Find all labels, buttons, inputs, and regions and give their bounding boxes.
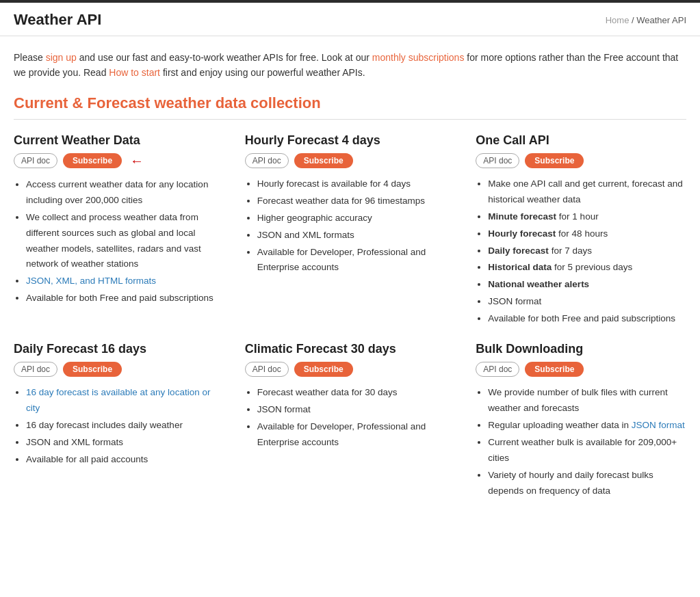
breadcrumb-home[interactable]: Home — [606, 15, 630, 25]
list-item: Hourly forecast for 48 hours — [488, 226, 686, 242]
card-current-weather-list: Access current weather data for any loca… — [14, 177, 224, 307]
card-climatic-forecast-buttons: API doc Subscribe — [245, 362, 456, 377]
card-current-weather-buttons: API doc Subscribe ← — [14, 153, 224, 169]
intro-paragraph: Please sign up and use our fast and easy… — [14, 50, 686, 81]
card-climatic-forecast-title: Climatic Forecast 30 days — [245, 342, 456, 356]
subscribe-button-onecall[interactable]: Subscribe — [525, 153, 584, 168]
card-current-weather-title: Current Weather Data — [14, 133, 224, 148]
list-item: Available for both Free and paid subscri… — [26, 291, 224, 306]
card-climatic-forecast-list: Forecast weather data for 30 days JSON f… — [245, 385, 456, 451]
list-item: Available for Developer, Professional an… — [257, 419, 456, 451]
card-daily-forecast-list: 16 day forecast is available at any loca… — [14, 385, 224, 468]
list-item: Historical data for 5 previous days — [488, 260, 686, 276]
list-item: JSON and XML formats — [26, 435, 224, 451]
card-hourly-forecast: Hourly Forecast 4 days API doc Subscribe… — [245, 133, 456, 328]
arrow-indicator: ← — [130, 153, 144, 169]
card-one-call-api-buttons: API doc Subscribe — [476, 153, 686, 168]
list-item: 16 day forecast includes daily weather — [26, 418, 224, 434]
daily-location-link[interactable]: 16 day forecast is available at any loca… — [26, 387, 210, 413]
api-doc-button-onecall[interactable]: API doc — [476, 153, 519, 168]
subscribe-button-hourly[interactable]: Subscribe — [294, 153, 353, 168]
card-bulk-downloading-list: We provide number of bulk files with cur… — [476, 385, 686, 499]
list-item: Higher geographic accuracy — [257, 211, 456, 226]
list-item: Forecast weather data for 30 days — [257, 385, 456, 401]
list-item: JSON format — [257, 402, 456, 418]
monthly-subscriptions-link[interactable]: monthly subscriptions — [372, 52, 465, 63]
list-item: Regular uploading weather data in JSON f… — [488, 418, 686, 434]
api-doc-button-bulk[interactable]: API doc — [476, 362, 519, 377]
page-title: Weather API — [14, 11, 101, 29]
card-one-call-api-list: Make one API call and get current, forec… — [476, 176, 686, 327]
card-hourly-forecast-title: Hourly Forecast 4 days — [245, 133, 456, 148]
list-item: We collect and process weather data from… — [26, 210, 224, 273]
json-format-link[interactable]: JSON format — [632, 420, 685, 430]
subscribe-button-climatic[interactable]: Subscribe — [294, 362, 353, 377]
list-item: Variety of hourly and daily forecast bul… — [488, 468, 686, 499]
signup-link[interactable]: sign up — [46, 52, 77, 63]
list-item: Hourly forecast is available for 4 days — [257, 176, 456, 192]
api-doc-button-hourly[interactable]: API doc — [245, 153, 289, 168]
breadcrumb-current: Weather API — [636, 15, 686, 25]
card-bulk-downloading-title: Bulk Downloading — [476, 342, 686, 356]
list-item: We provide number of bulk files with cur… — [488, 385, 686, 416]
card-one-call-api-title: One Call API — [476, 133, 686, 148]
card-bulk-downloading: Bulk Downloading API doc Subscribe We pr… — [476, 342, 686, 501]
list-item: Daily forecast for 7 days — [488, 243, 686, 259]
how-to-start-link[interactable]: How to start — [109, 67, 160, 78]
api-doc-button-climatic[interactable]: API doc — [245, 362, 289, 377]
page-header: Weather API Home / Weather API — [0, 3, 700, 36]
card-current-weather: Current Weather Data API doc Subscribe ←… — [14, 133, 224, 328]
list-item: Minute forecast for 1 hour — [488, 209, 686, 225]
card-hourly-forecast-buttons: API doc Subscribe — [245, 153, 456, 168]
intro-text-end: first and enjoy using our powerful weath… — [163, 67, 365, 78]
list-item: Current weather bulk is available for 20… — [488, 435, 686, 466]
section-title: Current & Forecast weather data collecti… — [14, 94, 686, 120]
card-daily-forecast-title: Daily Forecast 16 days — [14, 342, 224, 356]
list-item: JSON format — [488, 294, 686, 310]
list-item: Make one API call and get current, forec… — [488, 176, 686, 208]
intro-text-after-signup: and use our fast and easy-to-work weathe… — [79, 52, 372, 63]
list-item: 16 day forecast is available at any loca… — [26, 385, 224, 416]
api-doc-button-current[interactable]: API doc — [14, 153, 57, 168]
list-item: Available for Developer, Professional an… — [257, 245, 456, 276]
subscribe-button-bulk[interactable]: Subscribe — [525, 362, 584, 377]
list-item: Forecast weather data for 96 timestamps — [257, 194, 456, 209]
breadcrumb: Home / Weather API — [606, 15, 686, 25]
card-climatic-forecast: Climatic Forecast 30 days API doc Subscr… — [245, 342, 456, 501]
subscribe-button-current[interactable]: Subscribe — [63, 153, 122, 168]
cards-grid: Current Weather Data API doc Subscribe ←… — [14, 133, 686, 501]
card-one-call-api: One Call API API doc Subscribe Make one … — [476, 133, 686, 328]
card-hourly-forecast-list: Hourly forecast is available for 4 days … — [245, 176, 456, 276]
list-item: JSON, XML, and HTML formats — [26, 274, 224, 289]
api-doc-button-daily[interactable]: API doc — [14, 362, 57, 377]
subscribe-button-daily[interactable]: Subscribe — [63, 362, 122, 377]
list-item: National weather alerts — [488, 277, 686, 293]
list-item: Access current weather data for any loca… — [26, 177, 224, 209]
card-bulk-downloading-buttons: API doc Subscribe — [476, 362, 686, 377]
list-item: JSON and XML formats — [257, 228, 456, 243]
list-item: Available for both Free and paid subscri… — [488, 311, 686, 327]
card-daily-forecast-buttons: API doc Subscribe — [14, 362, 224, 377]
card-daily-forecast: Daily Forecast 16 days API doc Subscribe… — [14, 342, 224, 501]
main-content: Please sign up and use our fast and easy… — [0, 36, 700, 514]
intro-text-before-signup: Please — [14, 52, 46, 63]
json-xml-html-link[interactable]: JSON, XML, and HTML formats — [26, 276, 156, 286]
list-item: Available for all paid accounts — [26, 452, 224, 468]
